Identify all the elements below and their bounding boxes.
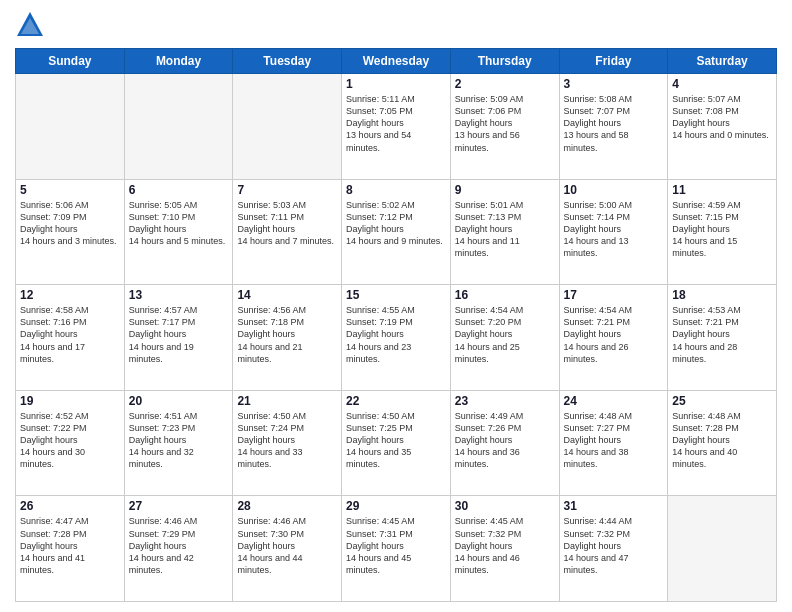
weekday-header-saturday: Saturday: [668, 49, 777, 74]
calendar-cell: 3Sunrise: 5:08 AMSunset: 7:07 PMDaylight…: [559, 74, 668, 180]
day-number: 16: [455, 288, 555, 302]
weekday-header-monday: Monday: [124, 49, 233, 74]
day-info: Sunrise: 4:52 AMSunset: 7:22 PMDaylight …: [20, 410, 120, 471]
calendar-cell: 23Sunrise: 4:49 AMSunset: 7:26 PMDayligh…: [450, 390, 559, 496]
day-number: 6: [129, 183, 229, 197]
calendar-cell: 7Sunrise: 5:03 AMSunset: 7:11 PMDaylight…: [233, 179, 342, 285]
calendar-cell: [124, 74, 233, 180]
day-info: Sunrise: 5:11 AMSunset: 7:05 PMDaylight …: [346, 93, 446, 154]
calendar-cell: 10Sunrise: 5:00 AMSunset: 7:14 PMDayligh…: [559, 179, 668, 285]
calendar-cell: 6Sunrise: 5:05 AMSunset: 7:10 PMDaylight…: [124, 179, 233, 285]
day-number: 25: [672, 394, 772, 408]
day-number: 31: [564, 499, 664, 513]
calendar-cell: [16, 74, 125, 180]
day-info: Sunrise: 5:09 AMSunset: 7:06 PMDaylight …: [455, 93, 555, 154]
day-info: Sunrise: 4:56 AMSunset: 7:18 PMDaylight …: [237, 304, 337, 365]
calendar-cell: [668, 496, 777, 602]
day-number: 20: [129, 394, 229, 408]
day-info: Sunrise: 4:44 AMSunset: 7:32 PMDaylight …: [564, 515, 664, 576]
calendar-cell: 29Sunrise: 4:45 AMSunset: 7:31 PMDayligh…: [342, 496, 451, 602]
calendar-cell: 11Sunrise: 4:59 AMSunset: 7:15 PMDayligh…: [668, 179, 777, 285]
day-info: Sunrise: 5:03 AMSunset: 7:11 PMDaylight …: [237, 199, 337, 248]
day-info: Sunrise: 5:01 AMSunset: 7:13 PMDaylight …: [455, 199, 555, 260]
day-info: Sunrise: 4:45 AMSunset: 7:31 PMDaylight …: [346, 515, 446, 576]
weekday-header-tuesday: Tuesday: [233, 49, 342, 74]
day-number: 22: [346, 394, 446, 408]
day-number: 24: [564, 394, 664, 408]
calendar-cell: 17Sunrise: 4:54 AMSunset: 7:21 PMDayligh…: [559, 285, 668, 391]
day-info: Sunrise: 4:53 AMSunset: 7:21 PMDaylight …: [672, 304, 772, 365]
weekday-header-row: SundayMondayTuesdayWednesdayThursdayFrid…: [16, 49, 777, 74]
calendar-cell: 30Sunrise: 4:45 AMSunset: 7:32 PMDayligh…: [450, 496, 559, 602]
day-info: Sunrise: 5:07 AMSunset: 7:08 PMDaylight …: [672, 93, 772, 142]
calendar-cell: 2Sunrise: 5:09 AMSunset: 7:06 PMDaylight…: [450, 74, 559, 180]
week-row-1: 1Sunrise: 5:11 AMSunset: 7:05 PMDaylight…: [16, 74, 777, 180]
day-number: 21: [237, 394, 337, 408]
day-info: Sunrise: 4:47 AMSunset: 7:28 PMDaylight …: [20, 515, 120, 576]
day-number: 12: [20, 288, 120, 302]
calendar-cell: 18Sunrise: 4:53 AMSunset: 7:21 PMDayligh…: [668, 285, 777, 391]
day-number: 10: [564, 183, 664, 197]
calendar-cell: 9Sunrise: 5:01 AMSunset: 7:13 PMDaylight…: [450, 179, 559, 285]
weekday-header-sunday: Sunday: [16, 49, 125, 74]
calendar-cell: 14Sunrise: 4:56 AMSunset: 7:18 PMDayligh…: [233, 285, 342, 391]
calendar-cell: 21Sunrise: 4:50 AMSunset: 7:24 PMDayligh…: [233, 390, 342, 496]
calendar-cell: 31Sunrise: 4:44 AMSunset: 7:32 PMDayligh…: [559, 496, 668, 602]
day-info: Sunrise: 4:46 AMSunset: 7:30 PMDaylight …: [237, 515, 337, 576]
day-number: 23: [455, 394, 555, 408]
day-number: 15: [346, 288, 446, 302]
calendar-cell: 15Sunrise: 4:55 AMSunset: 7:19 PMDayligh…: [342, 285, 451, 391]
day-number: 26: [20, 499, 120, 513]
week-row-4: 19Sunrise: 4:52 AMSunset: 7:22 PMDayligh…: [16, 390, 777, 496]
day-info: Sunrise: 4:50 AMSunset: 7:25 PMDaylight …: [346, 410, 446, 471]
calendar-cell: [233, 74, 342, 180]
day-number: 17: [564, 288, 664, 302]
day-number: 9: [455, 183, 555, 197]
day-info: Sunrise: 4:51 AMSunset: 7:23 PMDaylight …: [129, 410, 229, 471]
calendar-table: SundayMondayTuesdayWednesdayThursdayFrid…: [15, 48, 777, 602]
day-info: Sunrise: 5:00 AMSunset: 7:14 PMDaylight …: [564, 199, 664, 260]
calendar-cell: 13Sunrise: 4:57 AMSunset: 7:17 PMDayligh…: [124, 285, 233, 391]
day-info: Sunrise: 4:45 AMSunset: 7:32 PMDaylight …: [455, 515, 555, 576]
day-number: 8: [346, 183, 446, 197]
day-info: Sunrise: 4:48 AMSunset: 7:27 PMDaylight …: [564, 410, 664, 471]
day-info: Sunrise: 4:58 AMSunset: 7:16 PMDaylight …: [20, 304, 120, 365]
day-number: 13: [129, 288, 229, 302]
day-info: Sunrise: 4:48 AMSunset: 7:28 PMDaylight …: [672, 410, 772, 471]
day-number: 27: [129, 499, 229, 513]
day-info: Sunrise: 4:54 AMSunset: 7:20 PMDaylight …: [455, 304, 555, 365]
day-info: Sunrise: 4:55 AMSunset: 7:19 PMDaylight …: [346, 304, 446, 365]
calendar-cell: 4Sunrise: 5:07 AMSunset: 7:08 PMDaylight…: [668, 74, 777, 180]
day-info: Sunrise: 4:46 AMSunset: 7:29 PMDaylight …: [129, 515, 229, 576]
calendar-cell: 22Sunrise: 4:50 AMSunset: 7:25 PMDayligh…: [342, 390, 451, 496]
weekday-header-wednesday: Wednesday: [342, 49, 451, 74]
day-number: 3: [564, 77, 664, 91]
day-number: 4: [672, 77, 772, 91]
calendar-cell: 16Sunrise: 4:54 AMSunset: 7:20 PMDayligh…: [450, 285, 559, 391]
day-info: Sunrise: 5:05 AMSunset: 7:10 PMDaylight …: [129, 199, 229, 248]
calendar-cell: 27Sunrise: 4:46 AMSunset: 7:29 PMDayligh…: [124, 496, 233, 602]
page: SundayMondayTuesdayWednesdayThursdayFrid…: [0, 0, 792, 612]
day-number: 30: [455, 499, 555, 513]
day-number: 19: [20, 394, 120, 408]
calendar-cell: 25Sunrise: 4:48 AMSunset: 7:28 PMDayligh…: [668, 390, 777, 496]
day-info: Sunrise: 4:49 AMSunset: 7:26 PMDaylight …: [455, 410, 555, 471]
calendar-cell: 28Sunrise: 4:46 AMSunset: 7:30 PMDayligh…: [233, 496, 342, 602]
day-number: 28: [237, 499, 337, 513]
header: [15, 10, 777, 40]
calendar-cell: 12Sunrise: 4:58 AMSunset: 7:16 PMDayligh…: [16, 285, 125, 391]
day-info: Sunrise: 5:08 AMSunset: 7:07 PMDaylight …: [564, 93, 664, 154]
day-info: Sunrise: 4:50 AMSunset: 7:24 PMDaylight …: [237, 410, 337, 471]
day-number: 29: [346, 499, 446, 513]
day-number: 2: [455, 77, 555, 91]
day-number: 18: [672, 288, 772, 302]
calendar-cell: 1Sunrise: 5:11 AMSunset: 7:05 PMDaylight…: [342, 74, 451, 180]
calendar-cell: 20Sunrise: 4:51 AMSunset: 7:23 PMDayligh…: [124, 390, 233, 496]
day-number: 1: [346, 77, 446, 91]
day-number: 7: [237, 183, 337, 197]
calendar-cell: 24Sunrise: 4:48 AMSunset: 7:27 PMDayligh…: [559, 390, 668, 496]
logo: [15, 10, 49, 40]
day-info: Sunrise: 5:06 AMSunset: 7:09 PMDaylight …: [20, 199, 120, 248]
day-number: 11: [672, 183, 772, 197]
calendar-cell: 8Sunrise: 5:02 AMSunset: 7:12 PMDaylight…: [342, 179, 451, 285]
